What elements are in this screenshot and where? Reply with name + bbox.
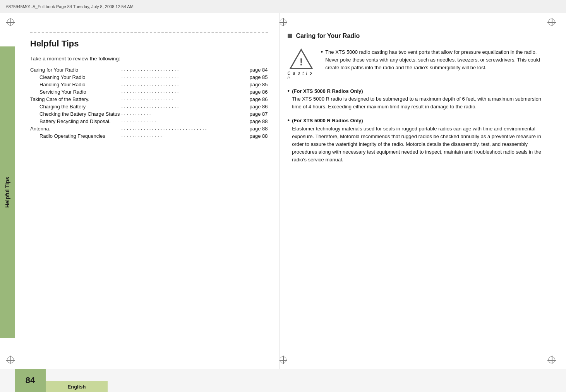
toc-page: page 88 (250, 125, 268, 132)
toc-page: page 86 (250, 88, 268, 96)
toc-dots: . . . . . . . . . . . . . . . (120, 132, 249, 140)
section-heading-row: Caring for Your Radio (288, 33, 551, 42)
caution-label: C a u t i o n (288, 71, 315, 80)
main-content: Helpful Tips Take a moment to review the… (15, 13, 566, 369)
toc-row: Battery Recycling and Disposal.. . . . .… (30, 118, 268, 125)
toc-page: page 85 (250, 81, 268, 88)
toc-dots: . . . . . . . . . . . . . . . . . . . . … (120, 81, 249, 88)
toc-dots: . . . . . . . . . . . . . . . . . . . . … (120, 125, 249, 132)
toc-row: Servicing Your Radio. . . . . . . . . . … (30, 88, 268, 96)
bullet-text: (For XTS 5000 R Radios Only)The XTS 5000… (292, 87, 551, 111)
toc-page: page 88 (250, 118, 268, 125)
header-bar: 6875945M01-A_Full.book Page 84 Tuesday, … (0, 0, 566, 13)
toc-label: Charging the Battery (30, 103, 120, 110)
toc-label: Radio Operating Frequencies (30, 132, 120, 140)
english-label: English (68, 384, 86, 390)
intro-text: Take a moment to review the following: (30, 56, 268, 62)
toc-dots: . . . . . . . . . . . . . . . . . . . . … (120, 66, 249, 74)
toc-table: Caring for Your Radio. . . . . . . . . .… (30, 66, 268, 140)
bullet-first: • The XTS 5000 radio casting has two ven… (321, 48, 551, 78)
toc-dots: . . . . . . . . . . . . . . . . . . . . … (120, 88, 249, 96)
right-panel: Caring for Your Radio ! C a u t i o n • … (280, 13, 566, 369)
page-number: 84 (26, 375, 35, 385)
reg-mark-bl (6, 356, 15, 364)
toc-dots: . . . . . . . . . . . . . (120, 118, 249, 125)
toc-page: page 86 (250, 103, 268, 110)
toc-row: Taking Care of the Battery.. . . . . . .… (30, 96, 268, 103)
bullet-item: •(For XTS 5000 R Radios Only)Elastomer t… (288, 117, 551, 164)
toc-dots: . . . . . . . . . . . . . . . . . . . . … (120, 103, 249, 110)
bullet-dot: • (288, 87, 290, 95)
toc-label: Handling Your Radio (30, 81, 120, 88)
toc-label: Cleaning Your Radio (30, 74, 120, 81)
caution-icon-wrap: ! C a u t i o n (288, 48, 315, 80)
bullet-item-0: • The XTS 5000 radio casting has two ven… (321, 48, 551, 72)
bullet-text-bold: (For XTS 5000 R Radios Only) (292, 118, 363, 123)
caution-triangle-icon: ! (289, 48, 313, 70)
toc-row: Handling Your Radio. . . . . . . . . . .… (30, 81, 268, 88)
dashed-divider (30, 33, 268, 33)
toc-page: page 85 (250, 74, 268, 81)
bullet-dot-0: • (321, 48, 323, 56)
section-heading-text: Caring for Your Radio (296, 33, 360, 39)
bullet-text: (For XTS 5000 R Radios Only)Elastomer te… (292, 117, 551, 164)
toc-label: Servicing Your Radio (30, 88, 120, 96)
toc-label: Taking Care of the Battery. (30, 96, 120, 103)
bullet-dot: • (288, 116, 290, 125)
toc-label: Battery Recycling and Disposal. (30, 118, 120, 125)
toc-row: Charging the Battery. . . . . . . . . . … (30, 103, 268, 110)
toc-page: page 84 (250, 66, 268, 74)
toc-page: page 87 (250, 110, 268, 118)
section-title: Helpful Tips (30, 39, 268, 49)
toc-page: page 88 (250, 132, 268, 140)
sidebar-tab-label: Helpful Tips (4, 177, 10, 208)
toc-label: Checking the Battery Charge Status (30, 110, 120, 118)
toc-label: Antenna. (30, 125, 120, 132)
bullet-text-bold: (For XTS 5000 R Radios Only) (292, 88, 363, 94)
toc-dots: . . . . . . . . . . . . . . . . . . . . … (120, 74, 249, 81)
toc-row: Antenna.. . . . . . . . . . . . . . . . … (30, 125, 268, 132)
toc-row: Checking the Battery Charge Status. . . … (30, 110, 268, 118)
sidebar-tab: Helpful Tips (0, 46, 15, 338)
header-text: 6875945M01-A_Full.book Page 84 Tuesday, … (6, 4, 134, 9)
toc-page: page 86 (250, 96, 268, 103)
toc-label: Caring for Your Radio (30, 66, 120, 74)
left-panel: Helpful Tips Take a moment to review the… (15, 13, 280, 369)
toc-dots: . . . . . . . . . . . (120, 110, 249, 118)
svg-text:!: ! (299, 56, 303, 68)
toc-row: Cleaning Your Radio. . . . . . . . . . .… (30, 74, 268, 81)
toc-row: Radio Operating Frequencies. . . . . . .… (30, 132, 268, 140)
bullet-item: •(For XTS 5000 R Radios Only)The XTS 500… (288, 87, 551, 111)
caution-area: ! C a u t i o n • The XTS 5000 radio cas… (288, 48, 551, 80)
page-number-box: 84 (15, 369, 46, 392)
reg-mark-tl (6, 18, 15, 26)
bottom-bar: 84 English (0, 369, 566, 392)
section-heading-icon (288, 34, 292, 38)
toc-dots: . . . . . . . . . . . . . . . . . . . (120, 96, 249, 103)
bullet-text-0: The XTS 5000 radio casting has two vent … (325, 48, 551, 72)
english-label-box: English (46, 381, 108, 392)
bullets-rest: •(For XTS 5000 R Radios Only)The XTS 500… (288, 87, 551, 164)
toc-row: Caring for Your Radio. . . . . . . . . .… (30, 66, 268, 74)
